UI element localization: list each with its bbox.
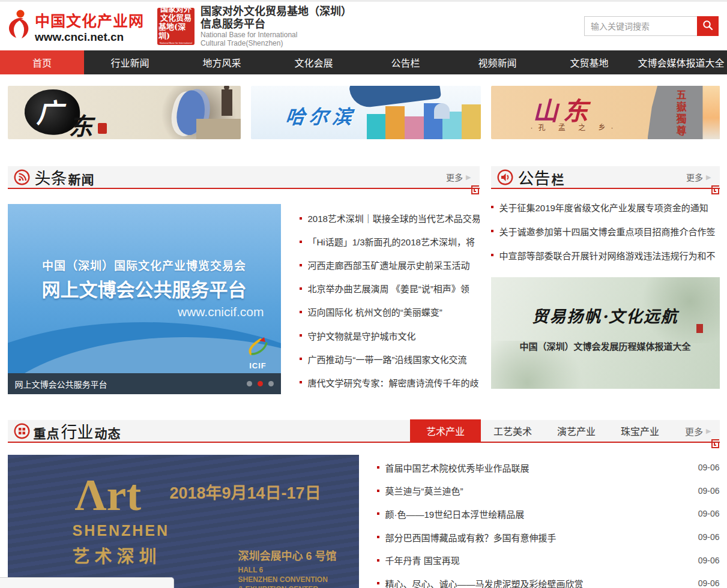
headlines-list: 2018艺术深圳｜联接全球的当代艺术品交易 「Hi话题」1/3新面孔的2018艺… <box>300 204 480 394</box>
industry-tab[interactable]: 珠宝产业 <box>608 419 672 442</box>
sunset-sky <box>702 86 720 139</box>
announcements-list: 关于征集2019年度省级文化产业发展专项资金的通知 关于诚邀参加第十四届文博会重… <box>491 189 720 267</box>
news-date: 09-06 <box>698 532 720 542</box>
red-bullet <box>491 230 493 232</box>
red-bullet <box>377 559 379 562</box>
red-bullet <box>491 254 493 256</box>
chevron-right-icon: ▶ <box>466 173 471 181</box>
main-nav: 首页行业新闻地方风采文化会展公告栏视频新闻文贸基地文博会媒体报道大全 <box>0 50 727 74</box>
headline-item[interactable]: 唐代文学研究专家：解密唐诗流传千年的歧 <box>300 371 480 394</box>
seal-line: 基地(深圳) <box>158 22 193 40</box>
announcement-item[interactable]: 关于诚邀参加第十四届文博会重点项目招商推介合作签 <box>491 219 720 243</box>
carousel-dots <box>247 381 274 386</box>
seal-english: Cultural Trade ( Shenzhen ) <box>161 46 190 49</box>
nav-item[interactable]: 文博会媒体报道大全 <box>635 50 727 74</box>
statue-silhouette <box>222 89 232 116</box>
nav-item[interactable]: 文化会展 <box>268 50 360 74</box>
industry-tab[interactable]: 演艺产业 <box>544 419 608 442</box>
nav-item[interactable]: 视频新闻 <box>451 50 543 74</box>
red-bullet <box>377 490 379 492</box>
banner-shandong-subtitle: ·孔 孟 之 乡· <box>531 122 619 132</box>
greek-key-ornament <box>711 439 720 451</box>
industry-news-item[interactable]: 颜·色——19世纪日本浮世绘精品展 09-06 <box>377 502 720 526</box>
industry-more-link[interactable]: 更多 ▶ <box>672 425 719 437</box>
headline-item[interactable]: 广西推动与“一带一路”沿线国家文化交流 <box>300 347 480 371</box>
banner-harbin[interactable]: 哈尔滨 <box>251 86 481 139</box>
platform-title-cn: 信息服务平台 <box>201 18 352 31</box>
stone-inscription: 五嶽獨尊 <box>674 89 689 137</box>
carousel-dot[interactable] <box>247 381 252 386</box>
news-date: 09-06 <box>698 486 720 496</box>
nav-item[interactable]: 公告栏 <box>360 50 451 74</box>
industry-news-item[interactable]: 首届中国艺术院校优秀毕业作品联展 09-06 <box>377 456 720 479</box>
promo-subtitle: 中国（深圳）文博会发展历程媒体报道大全 <box>491 340 720 352</box>
poster-art-logo: Λrt <box>75 474 142 516</box>
nav-item[interactable]: 行业新闻 <box>84 50 176 74</box>
chevron-right-icon: ▶ <box>706 173 711 181</box>
platform-title-en: National Base for International <box>201 31 352 39</box>
carousel-dot[interactable] <box>258 381 263 386</box>
mini-seal <box>696 324 703 333</box>
announcements-title: 公告 栏 <box>517 166 565 189</box>
seal-line: 文化贸易 <box>160 13 192 22</box>
site-name: 中国文化产业网 <box>35 9 144 31</box>
site-header: 中国文化产业网 www.cnci.net.cn 国家对外 文化贸易 基地(深圳)… <box>0 2 727 50</box>
red-bullet <box>300 381 302 383</box>
headline-item[interactable]: 河西走廊西部玉矿遗址展示史前采玉活动 <box>300 253 480 277</box>
news-date: 09-06 <box>698 463 720 472</box>
site-url: www.cnci.net.cn <box>35 31 144 44</box>
industry-news-item[interactable]: 精心、尽心、诚心——马发虎泥塑及彩绘壁画欣赏 09-06 <box>377 572 720 588</box>
announcements-more-link[interactable]: 更多 ▶ <box>686 171 719 183</box>
banner-shandong[interactable]: 山东 ·孔 孟 之 乡· 五嶽獨尊 <box>491 86 720 139</box>
greek-key-ornament <box>471 185 480 197</box>
red-bullet <box>377 512 379 515</box>
platform-title-en: Cultural Trade(Shenzhen) <box>201 39 352 47</box>
site-logo[interactable]: 中国文化产业网 www.cnci.net.cn <box>6 8 144 44</box>
industry-news-item[interactable]: 莫兰迪与“莫兰迪色” 09-06 <box>377 479 720 503</box>
red-bullet <box>377 536 379 538</box>
nav-item[interactable]: 文贸基地 <box>543 50 635 74</box>
carousel-slide-url: www.cnicif.com <box>178 305 264 319</box>
headlines-carousel[interactable]: 中国（深圳）国际文化产业博览交易会 网上文博会公共服务平台 www.cnicif… <box>8 204 281 394</box>
industry-tab[interactable]: 艺术产业 <box>410 419 481 442</box>
headline-item[interactable]: 北京举办曲艺展演周 《姜昆“说”相声》领 <box>300 277 480 300</box>
seal-line: 国家对外 <box>160 4 192 13</box>
nav-item[interactable]: 首页 <box>0 50 84 74</box>
headline-item[interactable]: 2018艺术深圳｜联接全球的当代艺术品交易 <box>300 206 480 230</box>
expo-history-banner[interactable]: 贸易扬帆·文化远航 中国（深圳）文博会发展历程媒体报道大全 <box>491 277 720 389</box>
headline-item[interactable]: 迈向国际化 杭州文创的“美丽蝶变” <box>300 300 480 323</box>
poster-date: 2018年9月14日-17日 <box>170 480 321 503</box>
national-base-seal: 国家对外 文化贸易 基地(深圳) National Base for Inter… <box>157 8 195 45</box>
headlines-more-link[interactable]: 更多 ▶ <box>446 171 479 183</box>
headline-item[interactable]: 守护文物就是守护城市文化 <box>300 323 480 347</box>
industry-news-item[interactable]: 部分巴西国博藏品或有救？多国有意伸援手 09-06 <box>377 526 720 549</box>
industry-header: 重点 行业 动态 艺术产业工艺美术演艺产业珠宝产业 更多 ▶ <box>8 420 720 443</box>
nav-item[interactable]: 地方风采 <box>176 50 268 74</box>
search-button[interactable] <box>697 16 719 36</box>
headlines-header: 头条 新闻 更多 ▶ <box>8 166 480 189</box>
search-input[interactable] <box>584 16 697 36</box>
banner-guangdong-char: 广 <box>37 92 63 130</box>
industry-tab[interactable]: 工艺美术 <box>481 419 544 442</box>
announcements-header: 公告 栏 更多 ▶ <box>491 166 720 189</box>
announcement-speaker-icon <box>497 169 513 185</box>
banner-harbin-title: 哈尔滨 <box>284 101 357 129</box>
poster-shenzhen: SHENZHEN <box>73 522 170 539</box>
announcement-item[interactable]: 关于征集2019年度省级文化产业发展专项资金的通知 <box>491 195 720 219</box>
icif-logo: ICIF <box>246 336 270 370</box>
carousel-slide-line2: 网上文博会公共服务平台 <box>8 275 281 302</box>
red-bullet <box>300 287 302 290</box>
mini-seal <box>98 123 107 134</box>
banner-guangdong[interactable]: 广 东 <box>8 86 241 139</box>
announcement-item[interactable]: 中宣部等部委联合开展针对网络游戏违法违规行为和不 <box>491 243 720 267</box>
status-tooltip <box>0 577 174 588</box>
red-bullet <box>300 241 302 243</box>
platform-title: 国家对外文化贸易基地（深圳） 信息服务平台 National Base for … <box>201 5 352 47</box>
news-date: 09-06 <box>698 578 720 588</box>
carousel-dot[interactable] <box>268 381 274 386</box>
headline-item[interactable]: 「Hi话题」1/3新面孔的2018艺术深圳，将 <box>300 230 480 253</box>
art-shenzhen-poster[interactable]: Λrt SHENZHEN 艺术深圳 2018年9月14日-17日 深圳会展中心 … <box>8 455 359 588</box>
red-bullet <box>491 206 493 208</box>
industry-news-item[interactable]: 千年丹青 国宝再现 09-06 <box>377 548 720 572</box>
church-dome <box>434 103 450 119</box>
